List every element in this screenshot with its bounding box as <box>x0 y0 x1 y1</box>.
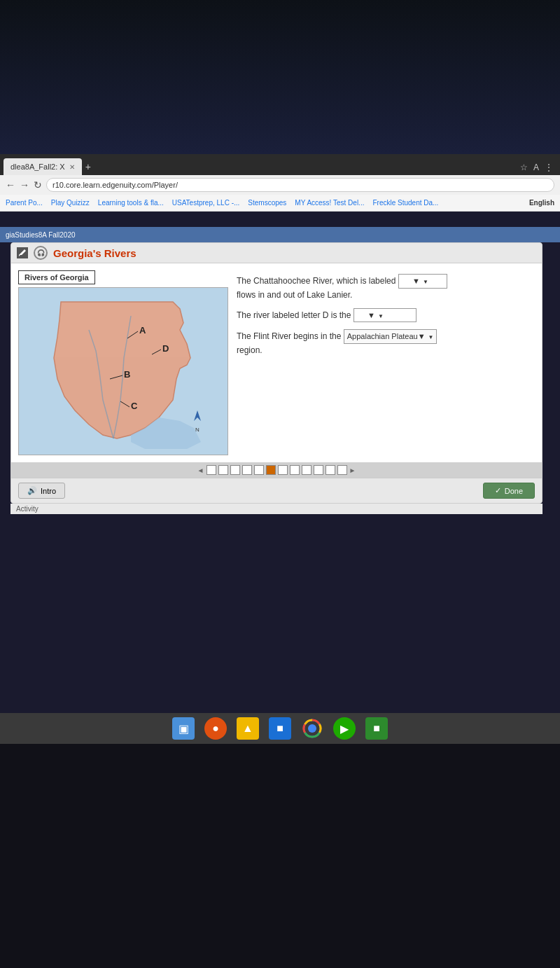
bookmark-myaccess[interactable]: MY Access! Test Del... <box>295 199 364 207</box>
speaker-icon: 🔊 <box>27 486 37 495</box>
map-section: Rivers of Georgia <box>18 270 228 455</box>
tab-bar: dlea8A_Fall2: X ✕ + ☆ A ⋮ <box>0 154 560 175</box>
q1-dropdown[interactable]: ▼ <box>398 274 447 289</box>
menu-icon[interactable]: ⋮ <box>545 163 553 172</box>
forward-btn[interactable]: → <box>20 179 29 191</box>
progress-dot-11[interactable] <box>326 465 335 475</box>
progress-right-arrow[interactable]: ► <box>349 466 356 474</box>
progress-dot-3[interactable] <box>230 465 240 475</box>
q1-text-before: The Chattahoochee River, which is labele… <box>237 276 398 286</box>
bookmarks-bar: Parent Po... Play Quizizz Learning tools… <box>0 195 560 212</box>
breadcrumb: giaStudies8A Fall2020 <box>6 231 76 239</box>
questions-section: The Chattahoochee River, which is labele… <box>237 270 535 455</box>
question-3: The Flint River begins in the Appalachia… <box>237 329 535 357</box>
progress-dot-1[interactable] <box>206 465 216 475</box>
new-tab-btn[interactable]: + <box>85 161 91 175</box>
question-1: The Chattahoochee River, which is labele… <box>237 274 535 301</box>
progress-dot-5[interactable] <box>254 465 264 475</box>
breadcrumb-bar: giaStudies8A Fall2020 <box>0 227 560 242</box>
georgia-svg: A B C D N <box>19 288 228 455</box>
refresh-btn[interactable]: ↻ <box>34 179 42 191</box>
taskbar-play-icon[interactable]: ▶ <box>333 717 356 740</box>
q3-dropdown[interactable]: Appalachian Plateau▼ <box>344 329 438 344</box>
q2-text-before: The river labeled letter D is the <box>237 310 354 320</box>
svg-text:N: N <box>195 427 200 433</box>
q3-text-after: region. <box>237 345 262 355</box>
back-btn[interactable]: ← <box>6 179 15 191</box>
browser-chrome: dlea8A_Fall2: X ✕ + ☆ A ⋮ ← → ↻ Parent P… <box>0 154 560 212</box>
done-button[interactable]: ✓ Done <box>483 483 535 499</box>
taskbar-circle-icon[interactable]: ● <box>204 717 227 740</box>
activity-header: 🎧 Georgia's Rivers <box>11 243 542 263</box>
tab-close-btn[interactable]: ✕ <box>69 163 75 171</box>
star-icon[interactable]: ☆ <box>520 163 528 172</box>
map-letter-c: C <box>131 401 138 411</box>
activity-label-bar: Activity <box>10 504 542 514</box>
progress-dot-7[interactable] <box>278 465 288 475</box>
q3-text-before: The Flint River begins in the <box>237 331 344 341</box>
language-badge: English <box>529 199 554 207</box>
done-btn-label: Done <box>505 487 523 495</box>
activity-body: Rivers of Georgia <box>11 263 542 462</box>
q1-text-after: flows in and out of Lake Lanier. <box>237 290 352 300</box>
progress-left-arrow[interactable]: ◄ <box>197 466 204 474</box>
bookmark-usatest[interactable]: USATestprep, LLC -... <box>172 199 240 207</box>
map-letter-d: D <box>162 343 169 354</box>
top-dark-area <box>0 0 560 154</box>
bookmark-parent[interactable]: Parent Po... <box>6 199 43 207</box>
activity-title: Georgia's Rivers <box>53 247 136 259</box>
progress-dot-4[interactable] <box>242 465 252 475</box>
bottom-dark <box>0 744 560 968</box>
activity-label: Activity <box>16 505 38 513</box>
taskbar-green-icon[interactable]: ■ <box>365 717 388 740</box>
taskbar-blue-icon[interactable]: ■ <box>269 717 291 740</box>
bookmark-freckle[interactable]: Freckle Student Da... <box>372 199 438 207</box>
intro-button[interactable]: 🔊 Intro <box>18 483 65 499</box>
progress-dot-12[interactable] <box>337 465 347 475</box>
progress-area: ◄ ► <box>11 462 542 478</box>
progress-dot-2[interactable] <box>218 465 228 475</box>
checkmark-icon: ✓ <box>495 486 501 495</box>
bookmark-learning[interactable]: Learning tools & fla... <box>98 199 164 207</box>
map-label: Rivers of Georgia <box>18 270 95 284</box>
address-bar-row: ← → ↻ <box>0 175 560 195</box>
progress-dot-6[interactable] <box>266 465 276 475</box>
map-letter-b: B <box>124 369 130 380</box>
taskbar: ▣ ● ▲ ■ ▶ ■ <box>0 713 560 744</box>
taskbar-triangle-icon[interactable]: ▲ <box>237 717 259 740</box>
main-content: 🎧 Georgia's Rivers Rivers of Georgia <box>10 242 542 514</box>
active-tab[interactable]: dlea8A_Fall2: X ✕ <box>4 158 82 175</box>
intro-btn-label: Intro <box>41 487 56 495</box>
map-letter-a: A <box>139 325 146 336</box>
taskbar-files-icon[interactable]: ▣ <box>172 717 195 740</box>
progress-dot-10[interactable] <box>314 465 323 475</box>
georgia-map: A B C D N <box>18 287 228 455</box>
question-2: The river labeled letter D is the ▼ <box>237 308 535 323</box>
address-input[interactable] <box>46 178 554 192</box>
bookmark-stemscopes[interactable]: Stemscopes <box>248 199 286 207</box>
listen-icon[interactable]: 🎧 <box>34 246 48 260</box>
tab-title: dlea8A_Fall2: X <box>10 163 65 171</box>
bookmark-quizizz[interactable]: Play Quizizz <box>51 199 90 207</box>
activity-footer: 🔊 Intro ✓ Done <box>11 478 542 503</box>
user-icon[interactable]: A <box>533 163 539 172</box>
svg-point-8 <box>308 724 316 733</box>
edit-icon <box>17 247 28 258</box>
browser-action-icons: ☆ A ⋮ <box>520 163 560 175</box>
q2-dropdown[interactable]: ▼ <box>354 308 416 323</box>
progress-dot-8[interactable] <box>290 465 300 475</box>
progress-dot-9[interactable] <box>302 465 312 475</box>
activity-window: 🎧 Georgia's Rivers Rivers of Georgia <box>10 242 542 504</box>
taskbar-chrome-icon[interactable] <box>301 717 323 740</box>
